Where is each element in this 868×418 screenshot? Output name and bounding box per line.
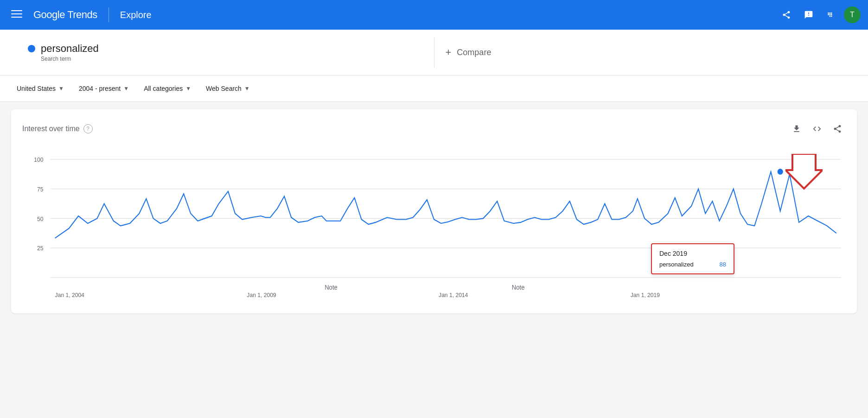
svg-text:Note: Note: [512, 284, 525, 291]
search-term-text: personalized: [41, 43, 99, 55]
svg-text:Note: Note: [325, 284, 338, 291]
chart-card: Interest over time ?: [11, 109, 857, 313]
category-filter-label: All categories: [144, 85, 183, 92]
tooltip-term: personalized: [659, 261, 694, 268]
app-logo: Google Trends: [33, 9, 97, 21]
header-divider: [108, 7, 109, 22]
svg-text:Jan 1, 2009: Jan 1, 2009: [247, 292, 276, 298]
term-color-indicator: [28, 45, 35, 52]
filters-row: United States ▼ 2004 - present ▼ All cat…: [0, 76, 868, 102]
tooltip-value: 88: [720, 261, 726, 268]
tooltip-row: personalized 88: [659, 261, 726, 268]
red-arrow-annotation: [785, 154, 818, 186]
apps-icon[interactable]: [822, 6, 840, 24]
date-filter-label: 2004 - present: [79, 85, 121, 92]
chart-header: Interest over time ?: [22, 120, 846, 137]
search-term-label: Search term: [41, 56, 423, 62]
svg-text:100: 100: [34, 157, 43, 163]
header-explore-title: Explore: [120, 10, 152, 20]
svg-text:Jan 1, 2004: Jan 1, 2004: [55, 292, 84, 298]
app-header: Google Trends Explore T: [0, 0, 868, 30]
header-right-actions: T: [777, 6, 861, 24]
chart-title-area: Interest over time ?: [22, 124, 93, 133]
embed-button[interactable]: [809, 120, 825, 137]
location-filter[interactable]: United States ▼: [11, 81, 70, 96]
svg-text:25: 25: [37, 245, 44, 252]
user-avatar[interactable]: T: [844, 6, 861, 23]
chart-title: Interest over time: [22, 125, 80, 133]
svg-text:50: 50: [37, 215, 44, 222]
share-icon[interactable]: [777, 6, 796, 24]
compare-label: Compare: [457, 48, 491, 57]
feedback-icon[interactable]: [799, 6, 818, 24]
compare-plus-icon: +: [446, 46, 452, 58]
data-tooltip: Dec 2019 personalized 88: [651, 243, 734, 274]
download-button[interactable]: [788, 120, 805, 137]
svg-text:Jan 1, 2014: Jan 1, 2014: [439, 292, 468, 298]
search-term-inner: personalized: [28, 43, 423, 55]
svg-rect-2: [11, 17, 22, 18]
chart-container: Dec 2019 personalized 88 100 75 50 25: [22, 145, 846, 302]
svg-text:75: 75: [37, 186, 44, 193]
search-row: personalized Search term + Compare: [17, 37, 851, 68]
search-area: personalized Search term + Compare: [0, 30, 868, 76]
svg-rect-0: [11, 10, 22, 11]
menu-icon[interactable]: [7, 5, 26, 25]
search-type-filter-arrow: ▼: [244, 85, 250, 92]
chart-share-button[interactable]: [829, 120, 846, 137]
search-type-filter-label: Web Search: [206, 85, 242, 92]
category-filter-arrow: ▼: [185, 85, 191, 92]
svg-marker-3: [785, 154, 823, 189]
location-filter-label: United States: [17, 85, 56, 92]
help-icon[interactable]: ?: [83, 124, 93, 133]
main-content: Interest over time ?: [0, 102, 868, 321]
compare-box[interactable]: + Compare: [434, 37, 852, 68]
date-filter-arrow: ▼: [123, 85, 129, 92]
chart-svg: 100 75 50 25 Jan 1, 2004 Jan 1, 2009 Jan…: [22, 145, 846, 302]
search-type-filter[interactable]: Web Search ▼: [200, 81, 255, 96]
svg-text:Jan 1, 2019: Jan 1, 2019: [631, 292, 660, 298]
svg-point-19: [778, 169, 783, 175]
tooltip-date: Dec 2019: [659, 250, 726, 257]
date-filter[interactable]: 2004 - present ▼: [73, 81, 134, 96]
search-term-box[interactable]: personalized Search term: [17, 37, 434, 68]
svg-rect-1: [11, 13, 22, 14]
category-filter[interactable]: All categories ▼: [138, 81, 197, 96]
location-filter-arrow: ▼: [58, 85, 64, 92]
chart-actions: [788, 120, 846, 137]
